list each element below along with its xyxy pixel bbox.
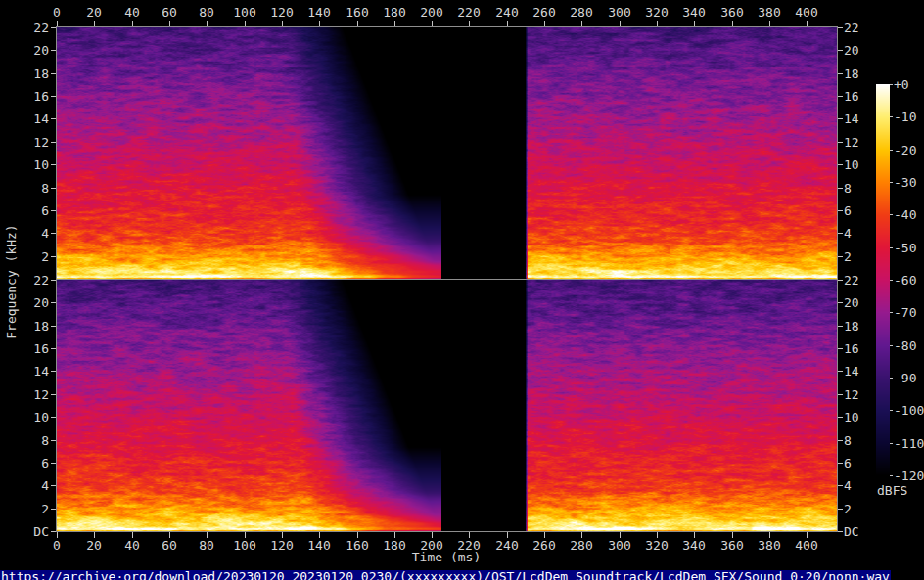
freq-tick-left: [51, 394, 56, 395]
freq-tick-label-right: 10: [844, 411, 859, 424]
freq-tick-label-left: 16: [0, 342, 49, 355]
time-tick-top: [807, 21, 808, 26]
freq-tick-left: [51, 348, 56, 349]
freq-tick-label-right: 14: [844, 112, 859, 125]
time-tick-label-top: 400: [795, 6, 817, 19]
freq-tick-left: [51, 233, 56, 234]
freq-tick-left: [51, 326, 56, 327]
time-tick-label-bottom: 280: [570, 539, 592, 552]
time-tick-top: [94, 21, 95, 26]
freq-tick-right: [838, 50, 843, 51]
freq-tick-left: [51, 485, 56, 486]
freq-tick-right: [838, 440, 843, 441]
time-tick-label-top: 180: [383, 6, 405, 19]
freq-tick-label-left: 14: [0, 112, 49, 125]
freq-tick-right: [838, 210, 843, 211]
time-tick-label-bottom: 220: [457, 539, 480, 552]
freq-tick-left: [51, 50, 56, 51]
freq-tick-right: [838, 348, 843, 349]
colorbar-tick: [890, 84, 893, 85]
freq-tick-label-right: 14: [844, 365, 859, 378]
time-tick-label-top: 320: [645, 6, 668, 19]
colorbar-tick: [890, 475, 893, 476]
time-tick-label-top: 380: [758, 6, 780, 19]
url-text[interactable]: https://archive·org/download/20230120_20…: [0, 570, 891, 580]
time-tick-label-bottom: 340: [682, 539, 705, 552]
colorbar-tick-label: -70: [894, 306, 916, 319]
time-tick-top: [432, 21, 433, 26]
freq-tick-right: [838, 96, 843, 97]
colorbar-tick: [890, 312, 893, 313]
colorbar-tick: [890, 280, 893, 281]
time-tick-label-top: 20: [86, 6, 102, 19]
time-tick-label-bottom: 260: [532, 539, 555, 552]
freq-tick-left: [51, 118, 56, 119]
time-tick-label-top: 60: [162, 6, 177, 19]
freq-tick-label-left: 18: [0, 67, 49, 80]
colorbar-tick-label: -90: [894, 372, 916, 384]
freq-tick-label-left: 20: [0, 296, 49, 309]
time-tick-label-top: 0: [53, 6, 61, 19]
freq-tick-right: [838, 509, 843, 510]
time-tick-top: [544, 21, 545, 26]
freq-tick-label-right: 12: [844, 136, 859, 149]
freq-tick-right: [838, 256, 843, 257]
freq-tick-right: [838, 463, 843, 464]
freq-tick-label-right: 2: [844, 503, 852, 515]
freq-tick-left: [51, 463, 56, 464]
time-tick-top: [581, 21, 582, 26]
freq-tick-label-left: 4: [0, 479, 49, 492]
time-tick-label-bottom: 200: [420, 539, 442, 552]
time-tick-label-top: 240: [495, 6, 518, 19]
colorbar-tick: [890, 345, 893, 346]
freq-tick-label-left: DC: [0, 525, 49, 538]
freq-tick-left: [51, 440, 56, 441]
freq-tick-right: [838, 531, 843, 532]
freq-tick-label-left: 8: [0, 434, 49, 447]
time-tick-label-bottom: 140: [307, 539, 330, 552]
freq-tick-right: [838, 27, 843, 28]
colorbar-tick-label: -10: [894, 111, 916, 123]
time-tick-top: [507, 21, 508, 26]
time-tick-top: [282, 21, 283, 26]
time-tick-label-bottom: 120: [270, 539, 293, 552]
colorbar-tick-label: -100: [894, 404, 924, 417]
freq-tick-right: [838, 394, 843, 395]
freq-tick-right: [838, 164, 843, 165]
freq-tick-label-right: 4: [844, 227, 852, 240]
freq-tick-right: [838, 233, 843, 234]
freq-tick-right: [838, 485, 843, 486]
freq-tick-left: [51, 164, 56, 165]
time-tick-label-top: 220: [457, 6, 480, 19]
time-tick-label-top: 40: [124, 6, 140, 19]
freq-tick-left: [51, 531, 56, 532]
freq-tick-label-right: 20: [844, 296, 859, 309]
freq-tick-label-left: 10: [0, 411, 49, 424]
colorbar-tick-label: -110: [894, 437, 924, 450]
time-tick-label-bottom: 360: [720, 539, 743, 552]
colorbar-tick-label: -120: [894, 469, 924, 482]
freq-tick-label-right: 8: [844, 182, 852, 195]
time-tick-top: [207, 21, 208, 26]
freq-tick-right: [838, 302, 843, 303]
time-tick-label-bottom: 160: [346, 539, 368, 552]
time-tick-label-top: 120: [270, 6, 293, 19]
colorbar-tick: [890, 182, 893, 183]
colorbar-tick: [890, 410, 893, 411]
time-tick-label-bottom: 100: [233, 539, 255, 552]
time-tick-top: [469, 21, 470, 26]
freq-tick-left: [51, 417, 56, 418]
time-tick-top: [57, 21, 58, 26]
freq-tick-label-right: 22: [844, 274, 859, 287]
time-tick-label-bottom: 40: [124, 539, 140, 552]
colorbar-tick-label: -80: [894, 339, 916, 352]
colorbar-tick: [890, 443, 893, 444]
colorbar-tick: [890, 214, 893, 215]
time-tick-top: [620, 21, 621, 26]
freq-tick-label-left: 12: [0, 136, 49, 149]
freq-tick-label-left: 16: [0, 90, 49, 103]
freq-tick-label-left: 10: [0, 158, 49, 171]
time-tick-label-bottom: 180: [383, 539, 405, 552]
freq-tick-label-right: 18: [844, 67, 859, 80]
freq-tick-label-right: 10: [844, 158, 859, 171]
